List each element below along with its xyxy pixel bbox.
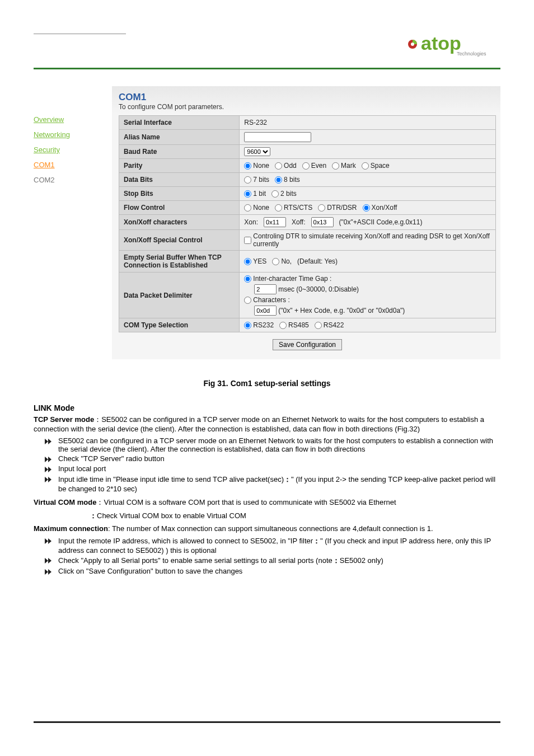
label-data-bits: Data Bits: [119, 173, 240, 187]
page-subtitle: To configure COM port parameters.: [119, 103, 496, 111]
svg-text:atop: atop: [421, 32, 461, 54]
databits-group: 7 bits 8 bits: [244, 176, 491, 184]
flow-xonxoff[interactable]: [363, 204, 370, 212]
virtual-com-label: Virtual COM mode: [34, 498, 96, 506]
delim-gap-radio[interactable]: [244, 275, 251, 283]
label-parity: Parity: [119, 159, 240, 173]
svg-point-1: [411, 43, 414, 46]
label-baud-rate: Baud Rate: [119, 145, 240, 159]
page-title: COM1: [119, 92, 496, 103]
empty-no[interactable]: [272, 258, 279, 265]
comtype-485[interactable]: [279, 322, 287, 329]
xonxoff-hint: ("0x"+ASCII Code,e.g.0x11): [339, 218, 423, 226]
label-stop-bits: Stop Bits: [119, 187, 240, 201]
link-mode-heading: LINK Mode: [34, 403, 500, 412]
bullet-3: Input local port: [58, 464, 106, 473]
sidebar-item-networking[interactable]: Networking: [34, 130, 112, 139]
stopbits-1[interactable]: [244, 190, 251, 198]
flow-group: None RTS/CTS DTR/DSR Xon/Xoff: [244, 204, 491, 212]
label-serial-interface: Serial Interface: [119, 116, 240, 130]
value-serial-interface: RS-232: [240, 116, 496, 130]
virtual-com-text: ：Virtual COM is a software COM port that…: [96, 498, 396, 506]
arrow-icon: [44, 438, 51, 445]
parity-odd[interactable]: [275, 162, 282, 170]
brand-logo: atop Technologies: [405, 31, 500, 60]
arrow-icon: [44, 456, 51, 463]
max-conn-text: : The number of Max connection can suppo…: [108, 524, 433, 533]
parity-mark[interactable]: [332, 162, 339, 170]
parity-space[interactable]: [362, 162, 369, 170]
stopbits-group: 1 bit 2 bits: [244, 190, 491, 198]
config-table: Serial Interface RS-232 Alias Name Baud …: [119, 115, 496, 332]
bullet-4: Input idle time in "Please input idle ti…: [58, 475, 500, 493]
virtual-com-line: Check Virtual COM box to enable Virtual …: [97, 511, 246, 520]
label-empty-buffer: Empty Serial Buffer When TCP Connection …: [119, 251, 240, 273]
sidebar: Overview Networking Security COM1 COM2: [34, 86, 112, 359]
xon-input[interactable]: [264, 217, 286, 227]
sidebar-item-security[interactable]: Security: [34, 145, 112, 154]
sidebar-item-overview[interactable]: Overview: [34, 115, 112, 124]
label-delimiter: Data Packet Delimiter: [119, 273, 240, 318]
save-button[interactable]: Save Configuration: [273, 339, 342, 350]
sidebar-item-com2[interactable]: COM2: [34, 176, 112, 184]
xonxoff-special-checkbox[interactable]: [244, 237, 251, 244]
flow-none[interactable]: [244, 204, 251, 212]
figure-caption: Fig 31. Com1 setup-serial settings: [34, 379, 500, 388]
arrow-icon: [44, 557, 51, 565]
bullet-5: Input the remote IP address, which is al…: [58, 536, 500, 555]
arrow-icon: [44, 466, 51, 473]
sidebar-item-com1[interactable]: COM1: [34, 161, 112, 169]
svg-text:Technologies: Technologies: [457, 51, 486, 57]
flow-dtrdsr[interactable]: [318, 204, 325, 212]
label-xonxoff-chars: Xon/Xoff characters: [119, 215, 240, 230]
empty-yes[interactable]: [244, 258, 251, 265]
max-conn-label: Maximum connection: [34, 524, 108, 533]
tcp-server-text: ：SE5002 can be configured in a TCP serve…: [34, 415, 484, 433]
bullet-2: Check "TCP Server" radio button: [58, 454, 165, 463]
xonxoff-special-text: Controling DTR to simulate receiving Xon…: [253, 232, 491, 248]
label-com-type: COM Type Selection: [119, 318, 240, 332]
comtype-group: RS232 RS485 RS422: [244, 321, 491, 329]
alias-input[interactable]: [244, 132, 311, 142]
parity-group: None Odd Even Mark Space: [244, 162, 491, 170]
empty-default-hint: (Default: Yes): [297, 257, 338, 265]
comtype-422[interactable]: [315, 322, 322, 329]
bullet-1: SE5002 can be configured in a TCP server…: [58, 436, 500, 453]
tcp-server-label: TCP Server mode: [34, 415, 94, 424]
arrow-icon: [44, 568, 51, 576]
label-flow-control: Flow Control: [119, 201, 240, 215]
databits-7[interactable]: [244, 176, 251, 184]
stopbits-2[interactable]: [271, 190, 279, 198]
comtype-232[interactable]: [244, 322, 251, 329]
content-panel: COM1 To configure COM port parameters. S…: [112, 86, 500, 359]
bullet-6: Check "Apply to all Serial ports" to ena…: [58, 556, 383, 566]
arrow-icon: [44, 476, 51, 483]
label-xonxoff-special: Xon/Xoff Special Control: [119, 230, 240, 251]
parity-none[interactable]: [244, 162, 251, 170]
label-alias-name: Alias Name: [119, 130, 240, 145]
bullet-7: Click on "Save Configuration" button to …: [58, 567, 242, 575]
baud-select[interactable]: 9600: [244, 147, 270, 156]
xoff-input[interactable]: [311, 217, 334, 227]
databits-8[interactable]: [275, 176, 282, 184]
arrow-icon: [44, 537, 51, 545]
delim-gap-input[interactable]: [254, 284, 277, 294]
flow-rtscts[interactable]: [275, 204, 282, 212]
delim-chars-radio[interactable]: [244, 297, 251, 304]
delim-chars-input[interactable]: [254, 306, 277, 316]
parity-even[interactable]: [302, 162, 310, 170]
